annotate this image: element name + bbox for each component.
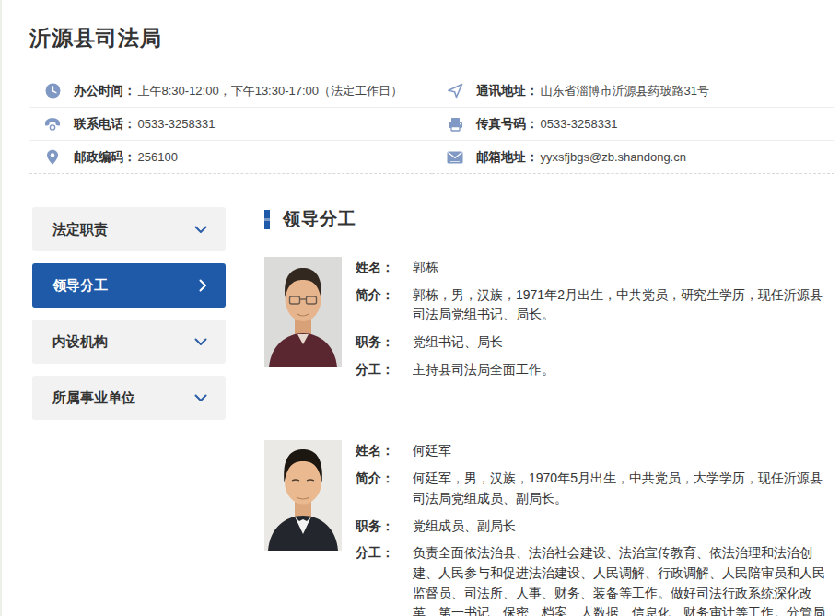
field-label: 姓名： [356,441,413,461]
contact-value: yyxsfjbgs@zb.shandong.cn [541,150,686,164]
sidebar-item-internal-organs[interactable]: 内设机构 [32,320,226,364]
section-title: 领导分工 [283,207,356,231]
section-accent-bar [264,210,270,229]
contact-row-fax: 传真号码： 0533-3258331 [432,108,834,141]
contact-label: 邮箱地址： [476,149,539,166]
leader-position: 党组书记、局长 [413,332,833,353]
field-label: 分工： [356,543,413,616]
chevron-down-icon [194,226,207,234]
leader-name: 何廷军 [413,441,833,461]
field-intro: 简介： 郭栋，男，汉族，1971年2月出生，中共党员，研究生学历，现任沂源县司法… [356,285,833,325]
sidebar-item-legal-duties[interactable]: 法定职责 [32,207,226,251]
contact-value: 上午8:30-12:00，下午13:30-17:00（法定工作日） [138,83,403,99]
field-label: 职务： [356,332,413,353]
sidebar-item-label: 所属事业单位 [52,389,135,407]
field-intro: 简介： 何廷军，男，汉族，1970年5月出生，中共党员，大学学历，现任沂源县司法… [356,469,833,508]
leader-position: 党组成员、副局长 [413,517,833,537]
section-header: 领导分工 [264,207,833,231]
leader-intro: 何廷军，男，汉族，1970年5月出生，中共党员，大学学历，现任沂源县司法局党组成… [413,469,833,508]
page-title: 沂源县司法局 [29,24,834,52]
field-label: 姓名： [356,258,413,278]
field-name: 姓名： 郭栋 [356,258,833,278]
leader-duty: 主持县司法局全面工作。 [413,360,833,380]
sidebar-nav: 法定职责 领导分工 内设机构 所属事业单位 [32,207,226,432]
leader-portrait-photo [264,257,342,367]
contact-info-panel: 办公时间： 上午8:30-12:00，下午13:30-17:00（法定工作日） … [29,75,834,174]
phone-icon [44,116,61,133]
contact-value: 256100 [138,150,178,164]
leader-name: 郭栋 [413,258,833,278]
chevron-right-icon [199,279,207,292]
contact-label: 通讯地址： [476,83,539,99]
mail-icon [447,149,463,166]
leader-card: 姓名： 郭栋 简介： 郭栋，男，汉族，1971年2月出生，中共党员，研究生学历，… [264,257,833,387]
sidebar-item-label: 领导分工 [52,277,108,295]
contact-row-postcode: 邮政编码： 256100 [29,141,432,174]
contact-value: 山东省淄博市沂源县药玻路31号 [541,83,709,99]
leader-card: 姓名： 何廷军 简介： 何廷军，男，汉族，1970年5月出生，中共党员，大学学历… [264,440,833,616]
field-label: 分工： [356,360,413,380]
contact-row-phone: 联系电话： 0533-3258331 [29,108,432,141]
sidebar-item-label: 法定职责 [52,221,108,238]
chevron-down-icon [194,394,207,402]
contact-value: 0533-3258331 [138,117,216,131]
chevron-down-icon [194,338,207,346]
field-name: 姓名： 何廷军 [356,441,833,461]
contact-label: 传真号码： [476,116,539,133]
contact-row-email: 邮箱地址： yyxsfjbgs@zb.shandong.cn [432,141,834,174]
contact-row-office-hours: 办公时间： 上午8:30-12:00，下午13:30-17:00（法定工作日） [29,75,432,108]
field-duty: 分工： 主持县司法局全面工作。 [356,360,833,380]
leader-portrait-photo [264,440,342,551]
location-icon [44,149,61,166]
sidebar-item-affiliated-units[interactable]: 所属事业单位 [32,376,226,420]
sidebar-item-label: 内设机构 [52,333,108,351]
main-content: 领导分工 [264,207,834,616]
field-position: 职务： 党组书记、局长 [356,332,833,353]
leader-details: 姓名： 郭栋 简介： 郭栋，男，汉族，1971年2月出生，中共党员，研究生学历，… [356,257,833,387]
contact-label: 联系电话： [74,116,136,133]
send-icon [447,83,463,99]
contact-row-postal-address: 通讯地址： 山东省淄博市沂源县药玻路31号 [432,75,834,108]
leader-details: 姓名： 何廷军 简介： 何廷军，男，汉族，1970年5月出生，中共党员，大学学历… [356,440,833,616]
field-label: 简介： [356,469,413,508]
field-position: 职务： 党组成员、副局长 [356,517,833,537]
clock-icon [44,83,61,99]
fax-icon [447,116,463,133]
field-duty: 分工： 负责全面依法治县、法治社会建设、法治宣传教育、依法治理和法治创建、人民参… [356,543,833,616]
contact-label: 办公时间： [74,83,136,99]
content-row: 法定职责 领导分工 内设机构 所属事业单位 [29,207,834,616]
leader-intro: 郭栋，男，汉族，1971年2月出生，中共党员，研究生学历，现任沂源县司法局党组书… [413,285,833,325]
contact-label: 邮政编码： [74,149,136,166]
sidebar-item-leadership-division[interactable]: 领导分工 [32,263,226,308]
field-label: 职务： [356,517,413,537]
contact-value: 0533-3258331 [541,117,618,131]
page-container: 沂源县司法局 办公时间： 上午8:30-12:00，下午13:30-17:00（… [2,0,840,616]
field-label: 简介： [356,285,413,325]
leader-duty: 负责全面依法治县、法治社会建设、法治宣传教育、依法治理和法治创建、人民参与和促进… [413,543,833,616]
